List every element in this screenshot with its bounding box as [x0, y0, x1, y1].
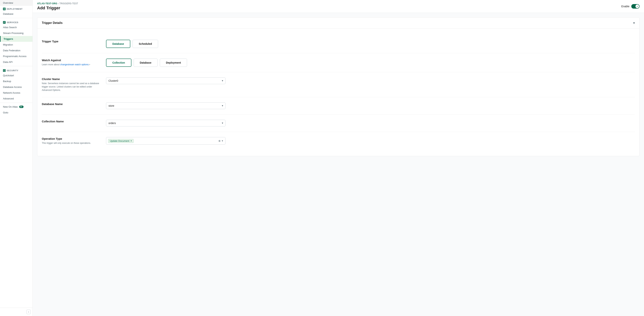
sidebar: Overview DEPLOYMENT Database SERVICES At…: [0, 0, 33, 316]
collection-name-row: Collection Name orders products customer…: [42, 115, 635, 132]
watch-against-label-col: Watch Against Learn more about changestr…: [42, 58, 102, 66]
operation-type-tag-input[interactable]: Update Document × ⊗ ▼: [106, 137, 226, 145]
sidebar-item-migration-label: Migration: [3, 43, 13, 46]
svg-rect-3: [4, 22, 4, 23]
card-collapse-icon[interactable]: ▾: [633, 21, 635, 25]
new-on-atlas-badge: 9+: [19, 106, 24, 108]
sidebar-item-triggers[interactable]: Triggers: [0, 36, 32, 42]
sidebar-item-stream-processing[interactable]: Stream Processing: [0, 30, 32, 36]
sidebar-item-new-on-atlas[interactable]: New On Atlas 9+: [0, 104, 32, 110]
database-name-label-col: Database Name: [42, 102, 102, 106]
breadcrumb-separator: ›: [58, 2, 59, 5]
services-icon: [3, 21, 6, 24]
database-name-select[interactable]: store admin local: [106, 102, 226, 109]
tag-clear-all-icon[interactable]: ⊗: [218, 139, 221, 142]
watch-against-row: Watch Against Learn more about changestr…: [42, 53, 635, 72]
collection-name-control-col: orders products customers ▼: [106, 120, 635, 126]
operation-type-tag-update: Update Document ×: [108, 139, 134, 143]
sidebar-item-data-federation[interactable]: Data Federation: [0, 47, 32, 53]
sidebar-item-atlas-search[interactable]: Atlas Search: [0, 24, 32, 30]
operation-type-control-col: Update Document × ⊗ ▼: [106, 137, 635, 145]
topbar: ATLAS-TEST-ORG › TRIGGERS-TEST Add Trigg…: [33, 0, 644, 13]
sidebar-item-database-access[interactable]: Database Access: [0, 84, 32, 90]
operation-type-sublabel: This trigger will only execute on these …: [42, 141, 102, 145]
operation-type-label: Operation Type: [42, 137, 102, 140]
database-name-label: Database Name: [42, 102, 102, 106]
main-content: ATLAS-TEST-ORG › TRIGGERS-TEST Add Trigg…: [33, 0, 644, 316]
watch-against-collection-button[interactable]: Collection: [106, 58, 132, 67]
sidebar-section-services: SERVICES: [0, 19, 32, 24]
breadcrumb-org[interactable]: ATLAS-TEST-ORG: [37, 2, 57, 5]
tag-remove-update[interactable]: ×: [130, 140, 132, 142]
collection-name-select-wrapper: orders products customers ▼: [106, 120, 226, 126]
enable-toggle[interactable]: ✓: [631, 4, 640, 8]
cluster-name-label-col: Cluster Name Note: Serverless instances …: [42, 77, 102, 92]
sidebar-item-data-api-label: Data API: [3, 61, 12, 63]
sidebar-item-goto-label: Goto: [3, 111, 8, 114]
tag-label-update: Update Document: [110, 140, 129, 142]
sidebar-item-programmatic-access-label: Programmatic Access: [3, 55, 26, 58]
cluster-name-select-wrapper: Cluster0 Cluster1 Cluster2 ▼: [106, 77, 226, 84]
svg-point-1: [4, 9, 4, 9]
watch-against-deployment-button[interactable]: Deployment: [160, 58, 187, 67]
collection-name-select[interactable]: orders products customers: [106, 120, 226, 126]
trigger-details-card: Trigger Details ▾ Trigger Type Database …: [37, 17, 640, 156]
sidebar-new-on-atlas-label: New On Atlas: [3, 105, 18, 108]
svg-rect-2: [4, 22, 5, 22]
sidebar-item-stream-processing-label: Stream Processing: [3, 32, 24, 34]
database-name-control-col: store admin local ▼: [106, 102, 635, 109]
sidebar-item-database-label: Database: [3, 12, 14, 15]
cluster-name-label: Cluster Name: [42, 77, 102, 81]
trigger-type-scheduled-button[interactable]: Scheduled: [132, 40, 158, 48]
trigger-type-options: Database Scheduled: [106, 40, 635, 48]
sidebar-item-triggers-label: Triggers: [4, 37, 13, 40]
watch-against-options: Collection Database Deployment: [106, 58, 635, 67]
changestream-watch-options-link[interactable]: changestream watch options: [60, 63, 89, 66]
sidebar-item-network-access-label: Network Access: [3, 91, 20, 94]
toggle-check-icon: ✓: [636, 5, 638, 7]
external-link-icon: ↗: [89, 64, 90, 66]
sidebar-divider-2: [0, 66, 32, 66]
topbar-left: ATLAS-TEST-ORG › TRIGGERS-TEST Add Trigg…: [37, 2, 78, 10]
watch-against-sublabel-prefix: Learn more about: [42, 63, 60, 66]
sidebar-item-network-access[interactable]: Network Access: [0, 90, 32, 96]
collection-name-label: Collection Name: [42, 120, 102, 123]
trigger-type-database-button[interactable]: Database: [106, 40, 130, 48]
sidebar-item-database-access-label: Database Access: [3, 86, 22, 88]
sidebar-item-goto[interactable]: Goto: [0, 110, 32, 115]
sidebar-item-data-federation-label: Data Federation: [3, 49, 20, 52]
sidebar-item-quickstart-label: Quickstart: [3, 74, 14, 77]
breadcrumb-project: TRIGGERS-TEST: [59, 2, 78, 5]
sidebar-item-quickstart[interactable]: Quickstart: [0, 72, 32, 78]
sidebar-collapse-button[interactable]: ‹: [26, 310, 30, 314]
operation-type-dropdown-icon[interactable]: ▼: [222, 140, 224, 142]
enable-toggle-row: Enable ✓: [621, 4, 640, 8]
trigger-type-label-col: Trigger Type: [42, 40, 102, 44]
sidebar-item-advanced-label: Advanced: [3, 97, 14, 100]
sidebar-item-overview[interactable]: Overview: [0, 0, 32, 6]
cluster-name-select[interactable]: Cluster0 Cluster1 Cluster2: [106, 77, 226, 84]
content-area: Trigger Details ▾ Trigger Type Database …: [33, 13, 644, 316]
sidebar-item-data-api[interactable]: Data API: [0, 59, 32, 65]
trigger-type-row: Trigger Type Database Scheduled: [42, 34, 635, 53]
watch-against-label: Watch Against: [42, 58, 102, 62]
sidebar-item-backup[interactable]: Backup: [0, 78, 32, 84]
sidebar-item-programmatic-access[interactable]: Programmatic Access: [0, 53, 32, 59]
sidebar-collapse-area: ‹: [0, 308, 32, 316]
sidebar-item-atlas-search-label: Atlas Search: [3, 26, 17, 29]
sidebar-section-deployment: DEPLOYMENT: [0, 6, 32, 11]
toggle-knob: ✓: [636, 4, 639, 8]
sidebar-item-migration[interactable]: Migration: [0, 42, 32, 47]
watch-against-database-button[interactable]: Database: [134, 58, 158, 67]
watch-against-sublabel: Learn more about changestream watch opti…: [42, 63, 102, 66]
watch-against-control-col: Collection Database Deployment: [106, 58, 635, 67]
cluster-name-row: Cluster Name Note: Serverless instances …: [42, 72, 635, 97]
trigger-type-control-col: Database Scheduled: [106, 40, 635, 48]
sidebar-item-backup-label: Backup: [3, 80, 11, 83]
database-name-row: Database Name store admin local ▼: [42, 97, 635, 115]
sidebar-item-advanced[interactable]: Advanced: [0, 96, 32, 101]
operation-type-row: Operation Type This trigger will only ex…: [42, 132, 635, 150]
security-icon: [3, 69, 6, 72]
sidebar-item-database[interactable]: Database: [0, 11, 32, 17]
trigger-type-label: Trigger Type: [42, 40, 102, 43]
